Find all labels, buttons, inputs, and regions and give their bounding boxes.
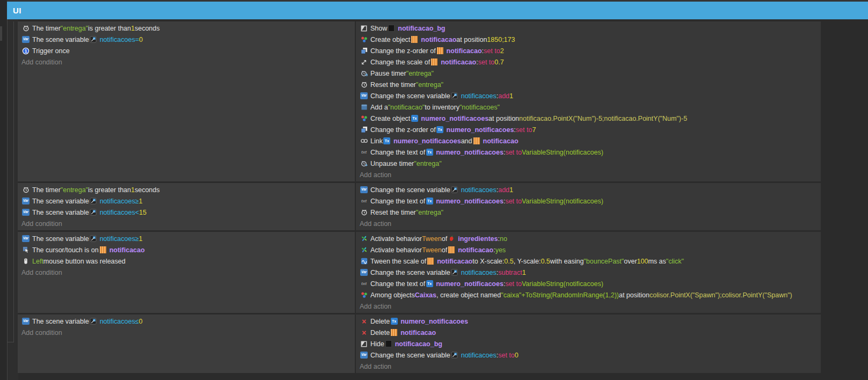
action-line-text: yes	[495, 246, 506, 254]
action-line-text: numero_notificacoes	[436, 149, 504, 156]
condition-line-text: The scene variable	[32, 318, 89, 325]
action-line[interactable]: VarChange the scene variable notificacoe…	[356, 349, 519, 361]
action-line-text: set to	[498, 352, 515, 359]
create-object-icon	[360, 114, 368, 122]
timer-icon	[360, 208, 368, 216]
condition-line-text: The scene variable	[32, 209, 89, 216]
action-line[interactable]: Create object Txnumero_notificacoes at p…	[356, 113, 687, 124]
action-line[interactable]: VarChange the scene variable notificacoe…	[356, 184, 513, 195]
condition-line[interactable]: VarThe scene variable notificacoes ≥ 1	[18, 195, 142, 207]
action-line[interactable]: VarChange the scene variable notificacoe…	[356, 90, 513, 101]
action-line[interactable]: txtChange the text of Txnumero_notificac…	[356, 278, 603, 289]
action-line[interactable]: Change the z-order of notificacao: set t…	[356, 45, 504, 56]
condition-line-text: <	[135, 209, 139, 216]
condition-line-text: "entrega"	[61, 186, 88, 194]
add-action-button[interactable]: Add action	[356, 169, 391, 180]
action-line-text: Change the text of	[370, 149, 425, 156]
action-line-text: Reset the timer	[370, 81, 416, 89]
variable-type-icon	[89, 235, 98, 243]
svg-text:1: 1	[25, 48, 27, 54]
action-line[interactable]: Change the z-order of Txnumero_notificac…	[356, 124, 536, 135]
event-sheet-editor: UI The timer "entrega" is greater than 1…	[0, 0, 868, 380]
condition-line-text: The scene variable	[32, 36, 89, 43]
action-line[interactable]: Add a "notificacao" to inventory "notifi…	[356, 101, 500, 113]
condition-line-text: notificacoes	[100, 36, 135, 43]
add-condition-button[interactable]: Add condition	[18, 327, 62, 338]
action-line[interactable]: VarChange the scene variable notificacoe…	[356, 267, 526, 278]
event-block[interactable]: The timer "entrega" is greater than 1 se…	[18, 21, 822, 181]
condition-line[interactable]: VarThe scene variable notificacoes ≥ 1	[18, 233, 142, 244]
object-ingredientes-icon	[447, 235, 456, 243]
variable-icon: Var	[21, 197, 30, 205]
action-line-text: ms as	[648, 258, 666, 265]
action-line[interactable]: Show notificacao_bg	[356, 23, 446, 34]
inventory-icon	[360, 103, 368, 111]
condition-line-text: Left	[32, 258, 43, 265]
action-line-text: Change the scene variable	[370, 352, 450, 359]
action-line-text: Create object	[370, 36, 410, 43]
scene-tab[interactable]: UI	[7, 2, 868, 19]
action-line-text: Change the text of	[370, 280, 425, 288]
condition-line[interactable]: VarThe scene variable notificacoes ≤ 0	[18, 316, 142, 327]
action-line[interactable]: Among objects Caixas, create object name…	[356, 289, 792, 301]
action-line[interactable]: Pause timer "entrega"	[356, 68, 434, 79]
condition-line[interactable]: Left mouse button was released	[18, 255, 126, 267]
condition-line-text: "entrega"	[61, 25, 88, 32]
object-notificacao-icon	[410, 35, 419, 43]
action-line[interactable]: ×Delete notificacao	[356, 327, 436, 338]
event-block[interactable]: VarThe scene variable notificacoes ≥ 1Th…	[18, 232, 822, 313]
event-block[interactable]: VarThe scene variable notificacoes ≤ 0Ad…	[18, 315, 822, 373]
action-line[interactable]: Tween the scale of notificacao to X-scal…	[356, 255, 684, 267]
action-line-text: set to	[505, 149, 522, 156]
condition-line-text: The timer	[32, 186, 61, 194]
action-line[interactable]: Unpause timer "entrega"	[356, 158, 442, 169]
add-condition-button[interactable]: Add condition	[18, 218, 62, 229]
add-action-button[interactable]: Add action	[356, 361, 391, 372]
action-line-text: Among objects	[370, 291, 415, 299]
action-line[interactable]: Activate behavior Tween of ingredientes:…	[356, 233, 507, 244]
add-action-button[interactable]: Add action	[356, 301, 391, 312]
action-line[interactable]: Change the scale of notificacao: set to …	[356, 56, 504, 68]
condition-line-text: is greater than	[88, 25, 131, 32]
action-line[interactable]: ×Delete Txnumero_notificacoes	[356, 316, 468, 327]
event-block[interactable]: The timer "entrega" is greater than 1 se…	[18, 183, 822, 230]
action-line-text: 1850;173	[487, 36, 515, 43]
action-line-text: add	[498, 92, 509, 100]
scene-tab-label: UI	[13, 6, 21, 15]
action-line[interactable]: Create object notificacao at position 18…	[356, 34, 515, 45]
action-line[interactable]: Hide notificacao_bg	[356, 338, 442, 349]
action-line-text: numero_notificacoes	[447, 126, 514, 134]
condition-line-text: notificacoes	[100, 318, 135, 325]
event-conditions: The timer "entrega" is greater than 1 se…	[18, 21, 356, 181]
condition-line[interactable]: The timer "entrega" is greater than 1 se…	[18, 184, 160, 195]
action-line-text: Change the z-order of	[370, 126, 436, 134]
object-notificacao-icon	[426, 257, 435, 265]
condition-line[interactable]: VarThe scene variable notificacoes = 0	[18, 34, 143, 45]
action-line[interactable]: Link Txnumero_notificacoes and notificac…	[356, 135, 519, 147]
action-line-text: at position	[456, 36, 487, 43]
action-line[interactable]: txtChange the text of Txnumero_notificac…	[356, 147, 603, 158]
condition-line-text: is greater than	[88, 186, 131, 194]
condition-line[interactable]: The timer "entrega" is greater than 1 se…	[18, 23, 160, 34]
action-line[interactable]: txtChange the text of Txnumero_notificac…	[356, 195, 603, 207]
add-action-button[interactable]: Add action	[356, 218, 391, 229]
condition-line-text: The scene variable	[32, 198, 89, 205]
create-object-icon	[360, 291, 368, 299]
action-line[interactable]: Reset the timer "entrega"	[356, 207, 443, 218]
action-line-text: Delete	[370, 318, 390, 325]
variable-icon: Var	[360, 92, 368, 100]
action-line-text: at position	[488, 115, 519, 122]
condition-line-text: seconds	[135, 186, 160, 194]
condition-line[interactable]: VarThe scene variable notificacoes < 15	[18, 207, 147, 218]
condition-line[interactable]: The cursor/touch is on notificacao	[18, 244, 145, 255]
action-line-text: notificacoes	[461, 352, 497, 359]
visibility-icon	[360, 340, 368, 348]
action-line[interactable]: Activate behavior Tween of notificacao: …	[356, 244, 506, 255]
condition-line-text: 15	[139, 209, 147, 216]
add-condition-button[interactable]: Add condition	[18, 56, 62, 68]
add-condition-button[interactable]: Add condition	[18, 267, 62, 278]
condition-line[interactable]: 1Trigger once	[18, 45, 70, 56]
condition-line-text: Trigger once	[32, 47, 70, 55]
action-line[interactable]: Reset the timer "entrega"	[356, 79, 443, 90]
event-actions: Show notificacao_bgCreate object notific…	[356, 21, 821, 181]
